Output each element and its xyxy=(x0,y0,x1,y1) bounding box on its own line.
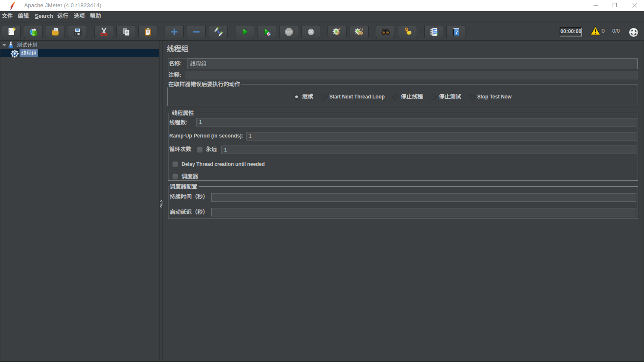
radio-icon[interactable] xyxy=(431,94,437,100)
start-button[interactable] xyxy=(235,25,254,38)
start-icon xyxy=(240,27,250,37)
scheduler-config-group: 调度器配置 持续时间（秒） 启动延迟（秒） xyxy=(168,186,638,219)
comment-input[interactable] xyxy=(185,71,638,79)
maximize-icon xyxy=(612,3,617,8)
menu-options[interactable]: 选项 xyxy=(74,11,85,22)
copy-icon xyxy=(121,27,131,37)
warning-count: 0 xyxy=(602,28,605,34)
split-pane-divider[interactable] xyxy=(159,41,163,361)
paste-button[interactable] xyxy=(138,25,157,38)
radio-selected-icon[interactable] xyxy=(294,94,300,100)
jmeter-logo-icon xyxy=(9,2,15,9)
menu-help[interactable]: 帮助 xyxy=(90,11,101,22)
threads-label: 线程数: xyxy=(169,120,188,126)
clear-all-button[interactable] xyxy=(350,25,369,38)
function-helper-button[interactable] xyxy=(424,25,443,38)
save-button[interactable] xyxy=(68,25,87,38)
rampup-input[interactable]: 1 xyxy=(246,132,637,140)
minimize-button[interactable] xyxy=(586,0,605,11)
radio-option[interactable]: Start Next Thread Loop xyxy=(321,94,384,100)
tree-item-label[interactable]: 测试计划 xyxy=(17,41,37,49)
radio-option[interactable]: 继续 xyxy=(294,94,313,100)
name-comment-block: 名称: 线程组 注释: xyxy=(168,58,638,79)
thread-group-icon xyxy=(11,50,19,59)
tree-item-test-plan[interactable]: 测试计划 xyxy=(0,41,160,49)
name-label: 名称: xyxy=(169,61,182,67)
minimize-icon xyxy=(593,3,598,8)
radio-icon[interactable] xyxy=(469,94,475,100)
start-no-timers-button[interactable] xyxy=(257,25,276,38)
open-button[interactable] xyxy=(46,25,65,38)
new-button[interactable] xyxy=(2,25,21,38)
search-button[interactable] xyxy=(376,25,395,38)
comment-label: 注释: xyxy=(168,72,181,78)
close-button[interactable] xyxy=(625,0,644,11)
radio-option[interactable]: 停止测试 xyxy=(431,94,461,100)
menu-search[interactable]: Search xyxy=(35,11,53,22)
delay-thread-checkbox[interactable] xyxy=(172,161,178,167)
cut-button[interactable] xyxy=(94,25,113,38)
error-action-group: 在取样器错误后要执行的动作 继续Start Next Thread Loop停止… xyxy=(167,84,638,106)
shutdown-button[interactable] xyxy=(301,25,320,38)
scheduler-label: 调度器 xyxy=(182,174,198,180)
templates-button[interactable] xyxy=(24,25,43,38)
menu-edit[interactable]: 编辑 xyxy=(18,11,29,22)
search-icon xyxy=(381,27,391,37)
thread-group-config-panel: 线程组 名称: 线程组 注释: 在取样器错误后要执行的动作 继续Start Ne… xyxy=(163,41,644,361)
toggle-button[interactable] xyxy=(209,25,228,38)
tree-item-label[interactable]: 线程组 xyxy=(20,49,38,58)
remote-status-icon xyxy=(629,28,638,39)
radio-label: 停止线程 xyxy=(401,94,423,100)
window-title: Apache JMeter (4.0 r1823414) xyxy=(24,2,101,8)
radio-label: Stop Test Now xyxy=(477,94,512,100)
menu-file[interactable]: 文件 xyxy=(2,11,13,22)
forever-checkbox[interactable] xyxy=(197,147,203,153)
name-input[interactable]: 线程组 xyxy=(188,59,638,69)
radio-label: 停止测试 xyxy=(439,94,461,100)
search-reset-button[interactable] xyxy=(398,25,417,38)
cut-icon xyxy=(99,27,109,37)
collapse-all-button[interactable] xyxy=(187,25,206,38)
content-area: 测试计划 线程组 线程组 名称: 线程组 注释: xyxy=(0,41,644,361)
radio-icon[interactable] xyxy=(392,94,398,100)
collapse-arrow-icon[interactable] xyxy=(2,44,6,46)
tree-item-thread-group[interactable]: 线程组 xyxy=(0,49,160,58)
maximize-button[interactable] xyxy=(605,0,624,11)
test-timer: 00:00:00 xyxy=(560,27,582,36)
radio-label: 继续 xyxy=(302,94,313,100)
loop-count-label: 循环次数 xyxy=(169,146,191,152)
close-icon xyxy=(632,3,637,8)
thread-counter: 0/0 xyxy=(612,28,620,34)
panel-title: 线程组 xyxy=(167,45,188,53)
radio-option[interactable]: 停止线程 xyxy=(392,94,423,100)
copy-button[interactable] xyxy=(116,25,135,38)
error-action-group-title: 在取样器错误后要执行的动作 xyxy=(167,81,241,87)
duration-label: 持续时间（秒） xyxy=(170,194,208,200)
menu-run[interactable]: 运行 xyxy=(57,11,68,22)
threads-input[interactable]: 1 xyxy=(196,118,637,126)
scheduler-checkbox[interactable] xyxy=(172,174,178,180)
stop-button[interactable]: STOP xyxy=(279,25,298,38)
duration-input[interactable] xyxy=(211,193,636,202)
radio-icon[interactable] xyxy=(321,94,327,100)
menu-bar: 文件编辑Search运行选项帮助 xyxy=(0,11,644,22)
title-bar: Apache JMeter (4.0 r1823414) xyxy=(0,0,644,11)
start-no-timers-icon xyxy=(262,27,272,37)
svg-text:?: ? xyxy=(455,29,458,35)
paste-icon xyxy=(143,27,153,37)
clear-icon xyxy=(332,27,342,37)
startup-delay-input[interactable] xyxy=(211,208,636,216)
expand-all-button[interactable] xyxy=(165,25,184,38)
delay-thread-label: Delay Thread creation until needed xyxy=(182,161,265,167)
startup-delay-label: 启动延迟（秒） xyxy=(170,209,208,215)
radio-option[interactable]: Stop Test Now xyxy=(469,94,512,100)
divider-grip[interactable] xyxy=(160,200,162,208)
thread-properties-group-title: 线程属性 xyxy=(171,110,195,116)
shutdown-icon xyxy=(306,27,316,37)
help-button[interactable]: ? xyxy=(446,25,465,38)
new-icon xyxy=(6,27,17,37)
loop-count-input[interactable]: 1 xyxy=(221,146,637,154)
warning-icon[interactable] xyxy=(590,26,601,38)
clear-button[interactable] xyxy=(328,25,347,38)
radio-label: Start Next Thread Loop xyxy=(329,94,384,100)
